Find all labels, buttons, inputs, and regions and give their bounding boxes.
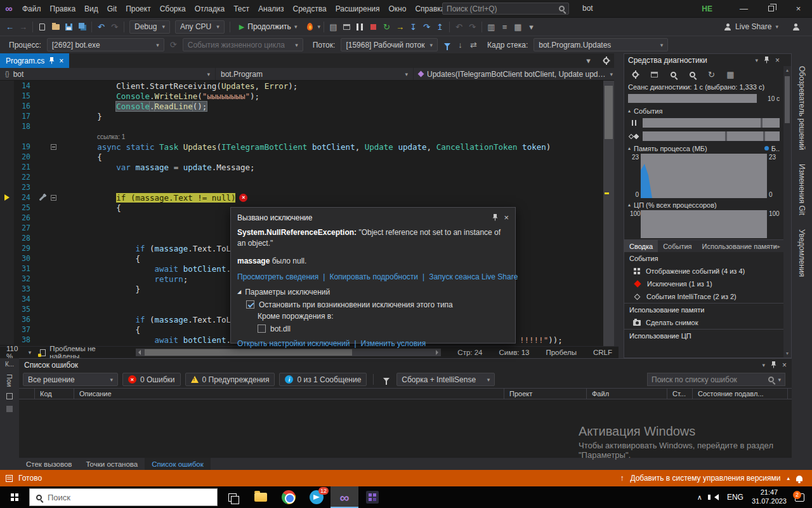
clock[interactable]: 21:4731.07.2023 <box>752 488 787 506</box>
breakpoint-margin[interactable] <box>0 223 14 233</box>
diagnostics-timeline[interactable]: 10 с <box>628 93 780 104</box>
breakpoints-window-icon[interactable]: ▤ <box>327 20 339 33</box>
side-tab[interactable]: Обозреватель решений <box>797 66 806 150</box>
command-window-icon[interactable]: ≡ <box>499 20 511 33</box>
document-health-icon[interactable] <box>40 349 46 356</box>
feedback-icon[interactable] <box>790 20 802 33</box>
process-dropdown[interactable]: [2692] bot.exe▾ <box>47 38 164 51</box>
dock-icon[interactable] <box>6 393 13 399</box>
breakpoint-margin[interactable] <box>0 152 14 162</box>
breakpoints-track-bar[interactable] <box>643 131 780 141</box>
restart-icon[interactable]: ↻ <box>381 20 393 33</box>
solution-platforms-dropdown[interactable]: Any CPU▾ <box>175 20 225 34</box>
code-line[interactable]: 17 } <box>0 111 603 121</box>
breakpoint-margin[interactable] <box>0 284 14 294</box>
popup-action-link[interactable]: Копировать подробности <box>329 272 418 281</box>
side-tab[interactable]: Изменения Git <box>797 164 806 215</box>
events-section-header[interactable]: ▴События <box>624 105 783 116</box>
menu-item[interactable]: Окно <box>384 4 410 13</box>
menu-item[interactable]: Вид <box>80 4 103 13</box>
module-checkbox[interactable] <box>258 324 266 333</box>
breakpoint-margin[interactable] <box>0 172 14 182</box>
breakpoints-track-row[interactable] <box>624 130 783 143</box>
stack-frame-dropdown[interactable]: bot.Program.Updates▾ <box>534 38 668 51</box>
member-dropdown[interactable]: Updates(ITelegramBotClient botClient, Up… <box>414 68 619 80</box>
diagnostics-event-row[interactable]: Исключения (1 из 1) <box>624 277 783 290</box>
diagnostics-event-row[interactable]: Отображение событий (4 из 4) <box>624 265 783 277</box>
taskbar-search-box[interactable]: Поиск <box>29 488 218 506</box>
close-tab-icon[interactable]: × <box>59 57 63 65</box>
spaces-indicator[interactable]: Пробелы <box>546 349 577 356</box>
file-explorer-button[interactable] <box>247 486 275 508</box>
scrollbar-thumb[interactable] <box>605 86 613 139</box>
breakpoint-margin[interactable] <box>0 182 14 192</box>
menu-item[interactable]: Анализ <box>254 4 289 13</box>
scroll-up-icon[interactable]: ▴ <box>786 67 789 73</box>
select-time-interval-icon[interactable] <box>648 68 660 81</box>
close-button[interactable]: × <box>785 0 812 17</box>
filter-icon[interactable] <box>380 373 392 386</box>
breakpoint-margin[interactable] <box>0 243 14 253</box>
errors-filter-button[interactable]: 0 Ошибки <box>122 373 181 386</box>
reset-view-icon[interactable]: ↻ <box>705 68 717 81</box>
show-next-statement-icon[interactable]: → <box>394 20 406 33</box>
task-view-button[interactable] <box>218 486 247 508</box>
code-line[interactable]: 16 Console.ReadLine(); <box>0 101 603 111</box>
lifecycle-events-dropdown[interactable]: События жизненного цикла▾ <box>183 38 303 51</box>
quick-search-box[interactable]: Поиск (Ctrl+Q) <box>442 3 569 15</box>
source-dropdown[interactable]: Сборка + IntelliSense▾ <box>396 373 495 386</box>
memory-plot[interactable] <box>641 154 767 198</box>
events-track-row[interactable] <box>624 116 783 130</box>
error-list-column[interactable]: Описание <box>74 389 504 399</box>
document-list-icon[interactable]: ▾ <box>582 55 594 67</box>
minimize-button[interactable]: — <box>730 0 757 17</box>
code-line[interactable]: ссылка: 1 <box>0 131 603 142</box>
save-icon[interactable] <box>63 20 75 33</box>
continue-button[interactable]: ▶Продолжить▾ <box>235 20 302 34</box>
side-tab[interactable]: Уведомления <box>797 229 806 277</box>
breakpoint-margin[interactable] <box>0 162 14 172</box>
close-icon[interactable]: × <box>775 56 780 65</box>
diagnostics-settings-gear-icon[interactable] <box>629 68 641 81</box>
nav-forward-icon[interactable]: → <box>17 20 29 33</box>
breakpoint-margin[interactable] <box>0 335 14 345</box>
type-dropdown[interactable]: bot.Program▾ <box>216 68 414 80</box>
nav-backward-icon[interactable]: ← <box>4 20 16 33</box>
open-file-icon[interactable] <box>49 20 62 33</box>
panel-tab[interactable]: Точки останова <box>79 458 145 470</box>
pin-icon[interactable] <box>771 361 776 368</box>
code-line[interactable]: 19 async static Task Updates(ITelegramBo… <box>0 142 603 152</box>
code-line[interactable]: 14 Client.StartReceiving(Updates, Error)… <box>0 81 603 91</box>
undo-icon[interactable]: ↶ <box>95 20 107 33</box>
zoom-out-icon[interactable] <box>686 68 698 81</box>
zoom-in-icon[interactable] <box>667 68 679 81</box>
breakpoint-margin[interactable] <box>0 274 14 284</box>
telegram-button[interactable]: 12 <box>303 486 331 508</box>
take-snapshot-button[interactable]: Сделать снимок <box>624 316 783 329</box>
toolbar-overflow-icon[interactable]: ▾ <box>525 20 537 33</box>
popup-settings-link[interactable]: Открыть настройки исключений <box>237 339 350 348</box>
background-tasks-icon[interactable] <box>6 475 13 482</box>
breakpoint-margin[interactable] <box>0 213 14 223</box>
undo-history-icon[interactable]: ↶ <box>453 20 465 33</box>
breakpoint-margin[interactable] <box>0 142 14 152</box>
popup-settings-link[interactable]: Изменить условия <box>361 339 426 348</box>
scroll-left-icon[interactable] <box>138 350 141 355</box>
close-icon[interactable]: × <box>504 213 509 222</box>
break-all-icon[interactable] <box>354 20 366 33</box>
breakpoint-margin[interactable] <box>0 294 14 304</box>
hot-reload-icon[interactable] <box>304 20 316 33</box>
toggle-flagged-icon[interactable]: ⇄ <box>468 39 480 51</box>
memory-section-header[interactable]: ▴Память процесса (МБ) Б.. <box>624 143 783 154</box>
breakpoint-margin[interactable] <box>0 324 14 335</box>
scrollbar-thumb[interactable] <box>145 349 352 356</box>
exception-indicator-icon[interactable]: × <box>239 194 247 202</box>
pinned-app-button[interactable] <box>358 486 386 508</box>
fold-collapse-icon[interactable] <box>51 195 56 201</box>
output-window-icon[interactable] <box>341 20 353 33</box>
memory-chart[interactable]: 230 230 <box>628 154 780 198</box>
step-into-icon[interactable]: ↧ <box>407 20 419 33</box>
panel-splitter[interactable] <box>614 53 624 358</box>
cpu-chart[interactable]: 100 100 <box>628 210 780 238</box>
step-over-icon[interactable]: ↷ <box>421 20 433 33</box>
